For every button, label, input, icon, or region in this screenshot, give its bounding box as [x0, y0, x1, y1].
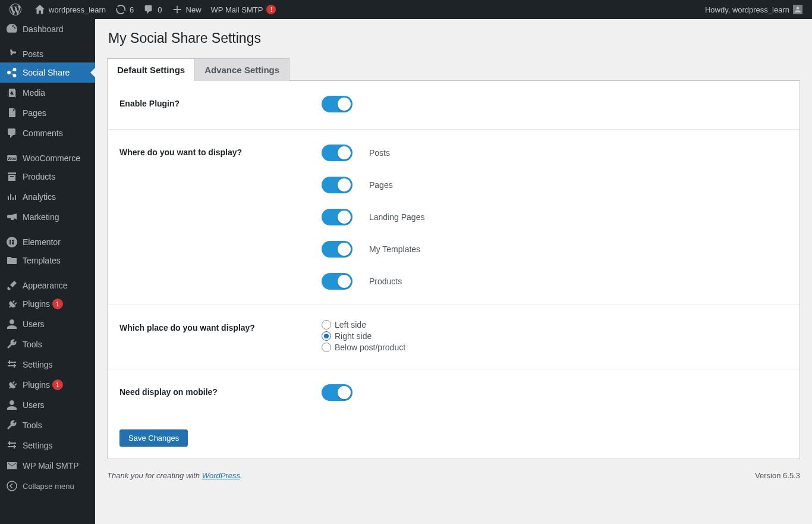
sidebar-item-tools[interactable]: Tools [0, 334, 95, 354]
comments-count: 0 [158, 5, 162, 14]
sidebar-item-label: Plugins [23, 299, 50, 309]
sidebar-item-woocommerce[interactable]: WooCommerce [0, 146, 95, 167]
folder-icon [6, 255, 18, 266]
sidebar-item-marketing[interactable]: Marketing [0, 207, 95, 227]
archive-icon [6, 171, 18, 183]
woo-icon [6, 152, 18, 164]
place-option-left-side[interactable]: Left side [322, 320, 794, 330]
display-where-label: Where do you want to display? [108, 130, 316, 305]
analytics-icon [6, 191, 18, 203]
smtp-label: WP Mail SMTP [211, 5, 263, 14]
sidebar-item-appearance[interactable]: Appearance [0, 274, 95, 294]
update-icon [115, 4, 126, 15]
sidebar-item-label: Users [23, 400, 45, 410]
sidebar-item-label: Analytics [23, 192, 56, 202]
page-title: My Social Share Settings [107, 25, 800, 58]
updates-count: 6 [130, 5, 134, 14]
sidebar-item-analytics[interactable]: Analytics [0, 187, 95, 207]
enable-plugin-label: Enable Plugin? [108, 81, 316, 130]
place-option-right-side[interactable]: Right side [322, 331, 794, 341]
megaphone-icon [6, 211, 18, 223]
sidebar-item-label: Dashboard [23, 24, 64, 34]
mail-icon [6, 460, 18, 472]
display-option-row: My Templates [322, 241, 794, 258]
main-content: My Social Share Settings Default Setting… [95, 19, 812, 524]
sidebar-item-plugins[interactable]: Plugins1 [0, 294, 95, 314]
sidebar-item-social-share[interactable]: Social Share [0, 62, 95, 83]
tab-default-settings[interactable]: Default Settings [107, 58, 195, 81]
display-option-label: My Templates [369, 244, 420, 254]
sidebar-badge: 1 [52, 299, 63, 309]
sidebar-item-label: Appearance [23, 281, 68, 290]
sidebar-item-templates[interactable]: Templates [0, 250, 95, 271]
howdy-label: Howdy, wordpress_learn [705, 5, 789, 14]
sidebar-item-label: Plugins [23, 380, 50, 390]
sidebar-item-label: Users [23, 319, 45, 329]
sidebar-item-label: Comments [23, 128, 63, 138]
display-option-label: Posts [369, 148, 390, 158]
page-icon [6, 107, 18, 119]
new-link[interactable]: New [167, 0, 206, 19]
display-toggle-my-templates[interactable] [322, 241, 353, 258]
place-option-below-post-product[interactable]: Below post/product [322, 343, 794, 352]
mobile-toggle[interactable] [322, 384, 353, 401]
sidebar-item-elementor[interactable]: Elementor [0, 230, 95, 250]
sidebar-item-plugins[interactable]: Plugins1 [0, 375, 95, 395]
save-button[interactable]: Save Changes [119, 429, 188, 447]
radio-icon [322, 320, 331, 330]
sidebar-item-label: Social Share [23, 68, 70, 77]
avatar [793, 5, 802, 14]
sidebar-item-dashboard[interactable]: Dashboard [0, 19, 95, 39]
sidebar-item-label: Tools [23, 340, 42, 349]
sidebar-item-label: WP Mail SMTP [23, 461, 79, 470]
place-option-label: Left side [335, 320, 366, 330]
smtp-error-badge: ! [266, 5, 276, 14]
new-label: New [186, 5, 202, 14]
display-option-label: Pages [369, 180, 393, 190]
enable-plugin-toggle[interactable] [322, 96, 353, 112]
display-toggle-posts[interactable] [322, 145, 353, 161]
plus-icon [172, 4, 182, 15]
sidebar-item-media[interactable]: Media [0, 83, 95, 103]
display-toggle-pages[interactable] [322, 177, 353, 193]
tab-advance-settings[interactable]: Advance Settings [194, 58, 289, 81]
wp-logo[interactable] [5, 0, 30, 19]
collapse-menu[interactable]: Collapse menu [0, 476, 95, 496]
sidebar-item-tools[interactable]: Tools [0, 415, 95, 435]
sidebar-item-label: Pages [23, 108, 46, 118]
admin-sidebar: DashboardPostsSocial ShareMediaPagesComm… [0, 19, 95, 524]
media-icon [6, 87, 18, 99]
settings-panel: Enable Plugin? Where do you want to disp… [107, 80, 800, 459]
sidebar-item-products[interactable]: Products [0, 167, 95, 187]
sidebar-item-settings[interactable]: Settings [0, 354, 95, 375]
account-link[interactable]: Howdy, wordpress_learn [700, 0, 807, 19]
sliders-icon [6, 440, 18, 451]
tabs: Default SettingsAdvance Settings [107, 58, 800, 81]
sidebar-item-settings[interactable]: Settings [0, 435, 95, 456]
footer-wp-link[interactable]: WordPress [202, 471, 240, 480]
display-toggle-landing-pages[interactable] [322, 209, 353, 225]
sidebar-item-label: Settings [23, 441, 53, 450]
place-label: Which place do you want display? [108, 305, 316, 369]
site-name-link[interactable]: wordpress_learn [30, 0, 111, 19]
sidebar-item-posts[interactable]: Posts [0, 42, 95, 62]
sidebar-item-label: Posts [23, 49, 43, 59]
comments-link[interactable]: 0 [139, 0, 166, 19]
radio-icon [322, 343, 331, 352]
sidebar-item-users[interactable]: Users [0, 395, 95, 415]
sidebar-item-label: WooCommerce [23, 153, 80, 163]
radio-icon [322, 331, 331, 341]
smtp-link[interactable]: WP Mail SMTP ! [206, 0, 281, 19]
collapse-label: Collapse menu [23, 482, 74, 491]
sidebar-item-comments[interactable]: Comments [0, 123, 95, 143]
sidebar-item-users[interactable]: Users [0, 314, 95, 334]
sidebar-item-wp-mail-smtp[interactable]: WP Mail SMTP [0, 456, 95, 476]
updates-link[interactable]: 6 [111, 0, 139, 19]
sidebar-item-pages[interactable]: Pages [0, 103, 95, 123]
user-icon [6, 399, 18, 411]
display-option-row: Landing Pages [322, 209, 794, 225]
display-toggle-products[interactable] [322, 273, 353, 290]
display-option-row: Posts [322, 145, 794, 161]
place-option-label: Right side [335, 331, 372, 341]
sliders-icon [6, 359, 18, 371]
